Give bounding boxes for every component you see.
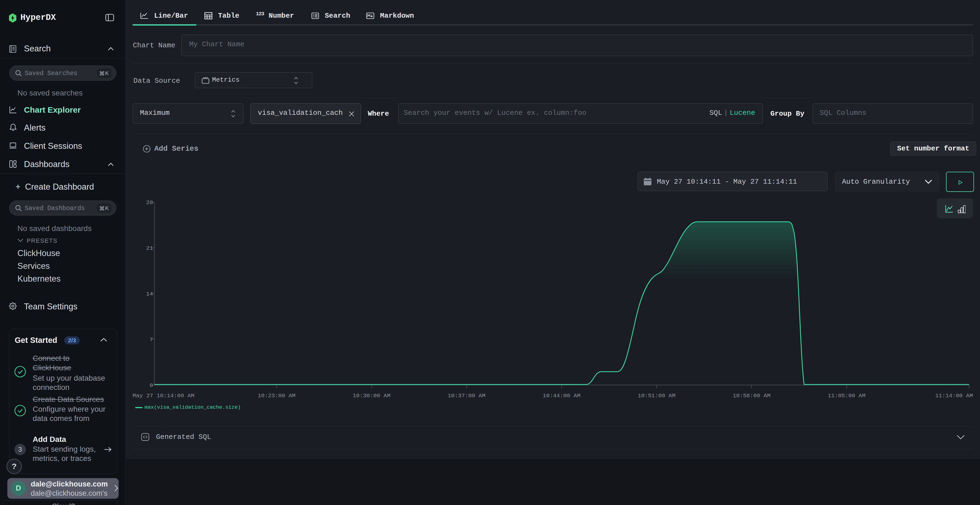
- svg-text:14: 14: [146, 291, 153, 297]
- svg-text:10:44:00 AM: 10:44:00 AM: [543, 392, 581, 399]
- svg-text:11:05:00 AM: 11:05:00 AM: [828, 392, 865, 399]
- svg-text:10:23:00 AM: 10:23:00 AM: [258, 392, 296, 399]
- svg-text:0: 0: [150, 382, 153, 389]
- svg-text:10:51:00 AM: 10:51:00 AM: [638, 392, 676, 399]
- svg-text:May 27 10:14:00 AM: May 27 10:14:00 AM: [132, 392, 194, 399]
- svg-text:10:58:00 AM: 10:58:00 AM: [733, 392, 771, 399]
- svg-text:11:14:00 AM: 11:14:00 AM: [935, 392, 973, 399]
- svg-text:10:30:00 AM: 10:30:00 AM: [353, 392, 391, 399]
- svg-text:28: 28: [146, 199, 153, 206]
- svg-text:7: 7: [150, 337, 153, 343]
- svg-text:21: 21: [146, 245, 153, 251]
- svg-text:10:37:00 AM: 10:37:00 AM: [448, 392, 486, 399]
